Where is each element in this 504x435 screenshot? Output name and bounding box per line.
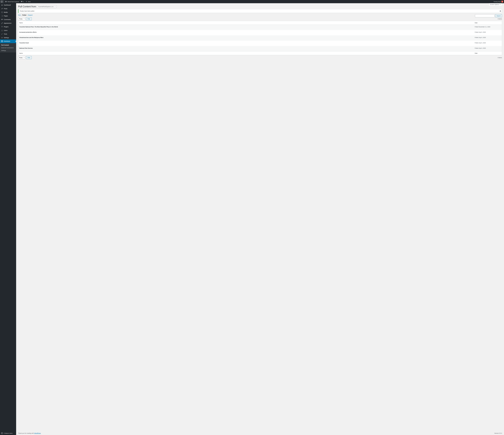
menu-label: Users: [4, 30, 8, 31]
table-row[interactable]: National Park ServicePulled July 8, 2020: [18, 46, 502, 52]
screen-options-toggle[interactable]: Screen Options: [489, 3, 502, 6]
comments-link[interactable]: 0: [20, 0, 25, 3]
wp-logo[interactable]: [0, 0, 4, 3]
search-button[interactable]: Search: [495, 14, 502, 17]
row-date: Pulled July 8, 2020: [474, 46, 502, 52]
comments-count-text: 0: [23, 1, 24, 2]
svg-point-4: [1, 37, 2, 37]
plug-icon: [1, 26, 3, 28]
tab-pulled[interactable]: Pulled: [22, 14, 26, 16]
submenu-external-connections[interactable]: External Connections: [0, 46, 16, 49]
svg-point-3: [2, 30, 2, 30]
table-row[interactable]: Yosemite National Park, The Most Beautif…: [18, 25, 502, 30]
items-count-top: 8 items: [498, 18, 502, 20]
svg-point-5: [2, 38, 3, 38]
post-type-select-bottom[interactable]: Posts: [18, 56, 26, 59]
sliders-icon: [1, 37, 3, 39]
notice-text: Post(s) have been pulled.: [20, 10, 35, 12]
howdy-prefix: Howdy,: [494, 1, 498, 2]
page-icon: [1, 15, 3, 17]
wrench-icon: [1, 33, 3, 35]
pin-icon: [1, 8, 3, 10]
row-title: Ahwahneechee and the Mariposa Wars: [19, 37, 44, 38]
row-date: Pulled July 8, 2020: [474, 35, 502, 41]
svg-point-6: [2, 38, 2, 38]
menu-posts[interactable]: Posts: [0, 7, 16, 10]
table-row[interactable]: Increased protection effortsPulled July …: [18, 30, 502, 35]
menu-label: Dashboard: [4, 4, 11, 6]
user-avatar: [501, 1, 503, 2]
dismiss-notice-button[interactable]: [499, 10, 501, 12]
new-content-link[interactable]: New: [25, 0, 31, 3]
dashboard-icon: [1, 4, 3, 6]
admin-footer: Thank you for creating with WordPress. V…: [16, 431, 504, 435]
caret-down-icon: [500, 4, 501, 5]
collapse-menu[interactable]: Collapse menu: [0, 431, 16, 435]
row-date: Pulled July 8, 2020: [474, 41, 502, 46]
distributor-icon: [1, 40, 3, 42]
col-footer-name[interactable]: Name: [18, 52, 474, 55]
menu-label: Pages: [4, 15, 8, 17]
new-label-text: New: [28, 1, 31, 2]
table-row[interactable]: Ahwahneechee and the Mariposa WarsPulled…: [18, 35, 502, 41]
tab-skipped[interactable]: Skipped: [28, 14, 33, 16]
svg-point-8: [2, 41, 2, 41]
home-icon: [5, 1, 7, 2]
menu-label: Tools: [4, 33, 7, 35]
comment-icon: [21, 1, 23, 2]
search-input[interactable]: [475, 14, 495, 17]
main-content: Screen Options Pull Content from Yosemit…: [16, 3, 504, 435]
menu-settings[interactable]: Settings: [0, 36, 16, 39]
menu-label: Distributor: [4, 41, 10, 42]
plus-icon: [26, 1, 27, 2]
menu-comments[interactable]: Comments: [0, 18, 16, 21]
submenu-pull-content[interactable]: Pull Content: [0, 44, 16, 46]
svg-point-1: [502, 1, 503, 2]
success-notice: Post(s) have been pulled.: [18, 9, 502, 13]
col-footer-date[interactable]: Date: [474, 52, 502, 55]
site-name-link[interactable]: World Park Explorer: [4, 0, 20, 3]
row-title: Yosemite National Park, The Most Beautif…: [19, 26, 58, 28]
menu-pages[interactable]: Pages: [0, 14, 16, 18]
user-icon: [1, 29, 3, 31]
menu-label: Comments: [4, 19, 11, 20]
menu-users[interactable]: Users: [0, 29, 16, 32]
menu-tools[interactable]: Tools: [0, 32, 16, 36]
tab-new[interactable]: New: [18, 14, 21, 16]
menu-label: Media: [4, 11, 8, 13]
username-text: 10up: [498, 1, 501, 2]
menu-dashboard[interactable]: Dashboard: [0, 3, 16, 7]
brush-icon: [1, 22, 3, 24]
submenu-settings[interactable]: Settings: [0, 49, 16, 52]
table-row[interactable]: Yosemite GrantPulled July 8, 2020: [18, 41, 502, 46]
wordpress-link[interactable]: WordPress: [34, 433, 41, 434]
selected-site-text: YosemiteParkExplorer.com: [38, 6, 54, 7]
site-title-text: World Park Explorer: [8, 1, 19, 2]
screen-options-label: Screen Options: [490, 4, 499, 5]
col-header-date[interactable]: Date: [474, 21, 502, 25]
admin-bar: World Park Explorer 0 New Howdy, 10up: [0, 0, 504, 3]
menu-plugins[interactable]: Plugins: [0, 25, 16, 29]
wordpress-icon: [1, 0, 3, 3]
filter-button-bottom[interactable]: Filter: [26, 56, 32, 59]
svg-point-9: [1, 432, 3, 434]
status-tabs: New | Pulled | Skipped: [18, 14, 33, 16]
col-header-name[interactable]: Name: [18, 21, 474, 25]
post-type-select-top[interactable]: Posts: [18, 17, 26, 20]
footer-version: Version 5.5.3: [494, 433, 502, 434]
menu-media[interactable]: Media: [0, 10, 16, 14]
collapse-icon: [1, 432, 3, 434]
row-title: National Park Service: [19, 47, 33, 49]
source-site-select[interactable]: YosemiteParkExplorer.com: [37, 5, 57, 8]
menu-distributor[interactable]: Distributor: [0, 39, 16, 43]
menu-label: Appearance: [4, 22, 11, 24]
menu-appearance[interactable]: Appearance: [0, 21, 16, 25]
content-table: Name Date Yosemite National Park, The Mo…: [18, 21, 502, 55]
admin-sidebar: Dashboard Posts Media Pages Comments App…: [0, 3, 16, 435]
filter-button-top[interactable]: Filter: [26, 17, 32, 20]
comment-icon: [1, 18, 3, 21]
row-title: Increased protection efforts: [19, 31, 36, 33]
row-title: Yosemite Grant: [19, 42, 29, 44]
my-account-link[interactable]: Howdy, 10up: [493, 0, 504, 3]
footer-thankyou: Thank you for creating with: [18, 433, 34, 434]
